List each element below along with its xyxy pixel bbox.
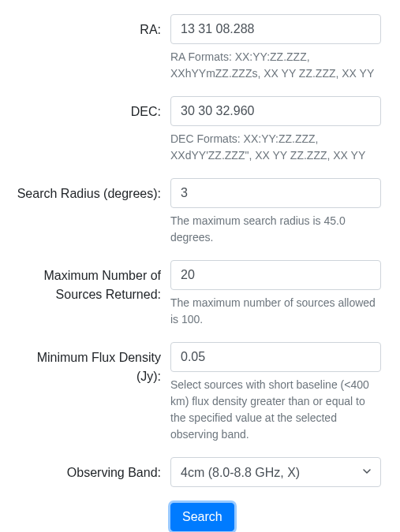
min-flux-label: Minimum Flux Density (Jy): [9, 342, 167, 386]
ra-help: RA Formats: XX:YY:ZZ.ZZZ, XXhYYmZZ.ZZZs,… [170, 49, 381, 82]
band-label: Observing Band: [9, 457, 167, 482]
dec-input[interactable] [170, 96, 381, 126]
min-flux-input[interactable] [170, 342, 381, 372]
max-sources-help: The maximum number of sources allowed is… [170, 295, 381, 328]
radius-label: Search Radius (degrees): [9, 178, 167, 203]
search-button[interactable]: Search [170, 503, 234, 531]
max-sources-input[interactable] [170, 260, 381, 290]
max-sources-label: Maximum Number of Sources Returned: [9, 260, 167, 304]
dec-label: DEC: [9, 96, 167, 121]
ra-input[interactable] [170, 14, 381, 44]
band-select[interactable]: 4cm (8.0-8.8 GHz, X) [170, 457, 381, 487]
dec-help: DEC Formats: XX:YY:ZZ.ZZZ, XXdYY'ZZ.ZZZ"… [170, 131, 381, 164]
ra-label: RA: [9, 14, 167, 39]
radius-help: The maximum search radius is 45.0 degree… [170, 213, 381, 246]
min-flux-help: Select sources with short baseline (<400… [170, 377, 381, 443]
radius-input[interactable] [170, 178, 381, 208]
